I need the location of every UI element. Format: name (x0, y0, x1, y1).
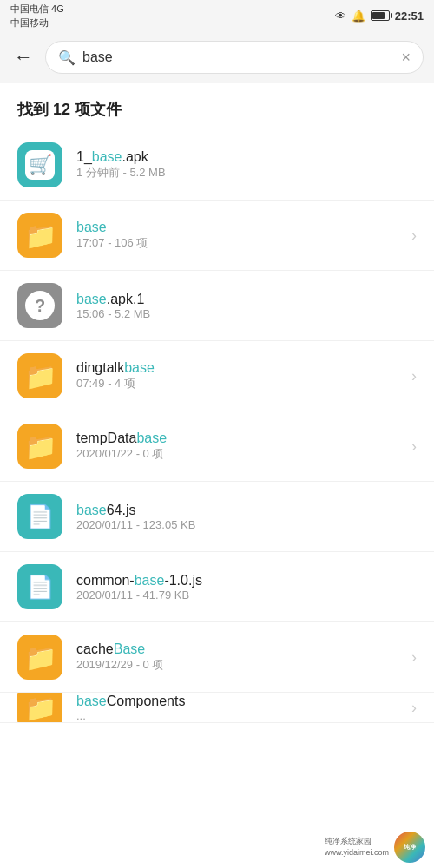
chevron-right-icon: › (411, 367, 417, 385)
chevron-right-icon: › (411, 648, 417, 667)
file-name: 1_base.apk (76, 149, 148, 164)
file-list: 🛒 1_base.apk 1 分钟前 - 5.2 MB 📁 base 17:07… (0, 130, 434, 723)
file-icon-wrap: 🛒 (17, 142, 62, 187)
clear-button[interactable]: × (401, 49, 411, 67)
back-button[interactable]: ← (10, 43, 36, 72)
bell-icon: 🔔 (352, 10, 365, 23)
file-icon-wrap: ? (17, 283, 62, 328)
file-info: base64.js 2020/01/11 - 123.05 KB (76, 503, 417, 531)
file-name: tempDatabase (76, 431, 167, 445)
unknown-icon: ? (25, 291, 55, 320)
list-item[interactable]: 📁 tempDatabase 2020/01/22 - 0 项 › (0, 411, 434, 482)
file-info: base.apk.1 15:06 - 5.2 MB (76, 292, 417, 320)
file-name: baseComponents (76, 694, 185, 708)
file-icon-wrap: 📄 (17, 564, 62, 609)
watermark-text: 纯净系统家园 www.yidaimei.com (325, 836, 389, 858)
file-info: baseComponents ... (76, 694, 404, 722)
file-meta: 15:06 - 5.2 MB (76, 307, 417, 320)
file-name: base64.js (76, 503, 136, 517)
file-icon-wrap: 📁 (17, 353, 62, 398)
file-info: common-base-1.0.js 2020/01/11 - 41.79 KB (76, 573, 417, 602)
file-icon-wrap: 📁 (17, 424, 62, 469)
carrier1-label: 中国电信 4G (10, 3, 64, 16)
carrier2-label: 中国移动 (10, 16, 64, 30)
file-name: base.apk.1 (76, 292, 144, 306)
file-meta: ... (76, 709, 404, 722)
chevron-right-icon: › (411, 699, 417, 717)
document-icon: 📄 (26, 503, 54, 530)
file-name: base (76, 220, 107, 234)
file-meta: 07:49 - 4 项 (76, 376, 404, 391)
status-bar: 中国电信 4G 中国移动 👁 🔔 22:51 (0, 0, 434, 31)
watermark-logo: 纯净 (394, 832, 425, 863)
file-info: dingtalkbase 07:49 - 4 项 (76, 360, 404, 391)
file-icon-wrap: 📄 (17, 494, 62, 539)
file-info: base 17:07 - 106 项 (76, 220, 404, 251)
search-input-value[interactable]: base (82, 49, 394, 65)
list-item[interactable]: 📄 base64.js 2020/01/11 - 123.05 KB (0, 482, 434, 552)
file-icon-wrap: 📁 (17, 693, 62, 723)
file-meta: 17:07 - 106 项 (76, 235, 404, 251)
search-input-wrap[interactable]: 🔍 base × (45, 41, 424, 74)
list-item[interactable]: 📁 dingtalkbase 07:49 - 4 项 › (0, 341, 434, 411)
list-item[interactable]: 📁 cacheBase 2019/12/29 - 0 项 › (0, 622, 434, 693)
file-info: 1_base.apk 1 分钟前 - 5.2 MB (76, 149, 417, 181)
list-item[interactable]: 📁 base 17:07 - 106 项 › (0, 201, 434, 271)
file-info: cacheBase 2019/12/29 - 0 项 (76, 641, 404, 673)
list-item[interactable]: ? base.apk.1 15:06 - 5.2 MB (0, 271, 434, 341)
file-meta: 2020/01/11 - 41.79 KB (76, 589, 417, 602)
file-icon-wrap: 📁 (17, 635, 62, 680)
list-item[interactable]: 📁 baseComponents ... › (0, 693, 434, 723)
app-icon: 🛒 (25, 150, 55, 180)
watermark-bar: 纯净系统家园 www.yidaimei.com 纯净 (316, 826, 434, 868)
time-label: 22:51 (395, 10, 424, 23)
file-name: dingtalkbase (76, 360, 155, 375)
search-bar: ← 🔍 base × (0, 31, 434, 83)
carrier-info: 中国电信 4G 中国移动 (10, 3, 64, 30)
file-meta: 2020/01/11 - 123.05 KB (76, 518, 417, 531)
list-item[interactable]: 📄 common-base-1.0.js 2020/01/11 - 41.79 … (0, 552, 434, 622)
folder-icon: 📁 (24, 642, 56, 673)
result-count: 找到 12 项文件 (0, 83, 434, 130)
folder-icon: 📁 (24, 693, 56, 723)
chevron-right-icon: › (411, 227, 417, 245)
folder-icon: 📁 (24, 361, 56, 391)
battery-icon (371, 10, 390, 21)
document-icon: 📄 (26, 574, 54, 601)
file-info: tempDatabase 2020/01/22 - 0 项 (76, 431, 404, 462)
file-meta: 2019/12/29 - 0 项 (76, 657, 404, 673)
search-icon: 🔍 (58, 49, 76, 66)
list-item[interactable]: 🛒 1_base.apk 1 分钟前 - 5.2 MB (0, 130, 434, 201)
file-name: cacheBase (76, 641, 145, 656)
status-icons: 👁 🔔 22:51 (335, 10, 424, 23)
file-icon-wrap: 📁 (17, 213, 62, 258)
chevron-right-icon: › (411, 437, 417, 456)
folder-icon: 📁 (24, 431, 56, 462)
eye-icon: 👁 (335, 10, 346, 23)
file-name: common-base-1.0.js (76, 573, 202, 588)
file-meta: 2020/01/22 - 0 项 (76, 446, 404, 462)
file-meta: 1 分钟前 - 5.2 MB (76, 165, 417, 181)
folder-icon: 📁 (24, 220, 56, 251)
